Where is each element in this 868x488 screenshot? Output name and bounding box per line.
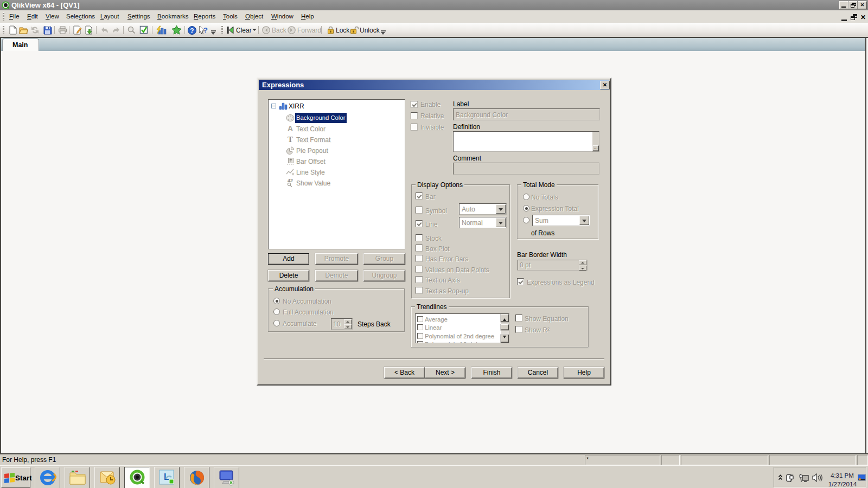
- svg-text:A: A: [288, 124, 293, 133]
- svg-text:?: ?: [203, 26, 208, 34]
- svg-text:T: T: [288, 135, 293, 144]
- svg-text:42: 42: [288, 178, 293, 183]
- svg-text:?: ?: [190, 27, 194, 35]
